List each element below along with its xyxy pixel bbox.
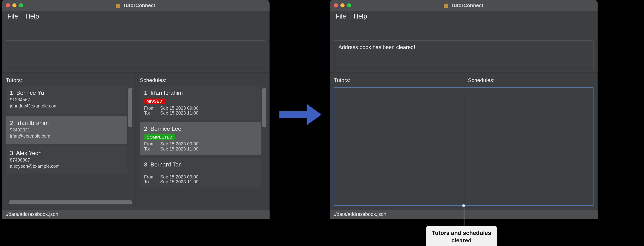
schedules-header: Schedules: [136, 75, 270, 86]
tutor-phone: 91234567 [10, 97, 123, 103]
scrollbar-vertical[interactable] [262, 88, 266, 128]
status-badge: COMPLETED [144, 134, 175, 140]
tutor-name: 2. Irfan Ibrahim [10, 120, 123, 126]
schedule-card[interactable]: 1. Irfan IbrahimMISSEDFrom: Sep 15 2023 … [140, 86, 262, 120]
toolbar-separator [5, 22, 266, 36]
schedules-list[interactable]: 1. Irfan IbrahimMISSEDFrom: Sep 15 2023 … [138, 84, 267, 204]
content-panels: Tutors: 1. Bernice Yu91234567johndoe@exa… [2, 72, 270, 207]
tutors-header: Tutors: [330, 75, 464, 86]
schedules-list-empty[interactable] [466, 84, 595, 204]
tutors-list-empty[interactable] [332, 84, 461, 204]
statusbar: ./data/addressbook.json [2, 210, 270, 219]
schedule-name: 3. Bernard Tan [144, 161, 257, 168]
content-panels: Tutors: Schedules: [330, 72, 598, 207]
schedule-card[interactable]: 2. Bernice LeeCOMPLETEDFrom: Sep 15 2023… [140, 122, 262, 156]
app-icon [116, 4, 120, 8]
tutor-email: irfan@example.com [10, 133, 123, 140]
window-title: TutorConnect [330, 2, 598, 8]
annotation-handle [462, 204, 465, 207]
schedule-from: From: Sep 15 2023 09:00 [144, 142, 257, 146]
schedule-name: 1. Irfan Ibrahim [144, 90, 257, 96]
tutors-panel: Tutors: 1. Bernice Yu91234567johndoe@exa… [2, 73, 136, 207]
tutors-panel: Tutors: [330, 73, 464, 207]
tutor-email: alexyeoh@example.com [10, 163, 123, 170]
titlebar[interactable]: TutorConnect [2, 0, 270, 11]
schedules-header: Schedules: [464, 75, 598, 86]
tutor-phone: 87438807 [10, 157, 123, 163]
tutor-email: johndoe@example.com [10, 103, 123, 110]
tutor-card[interactable]: 1. Bernice Yu91234567johndoe@example.com [6, 86, 127, 114]
arrow-icon [280, 102, 325, 127]
menubar: File Help [2, 11, 270, 22]
schedule-from: From: Sep 15 2023 09:00 [144, 106, 257, 110]
schedule-to: To: Sep 15 2023 11:00 [144, 179, 257, 184]
callout-connector [464, 208, 464, 226]
scrollbar-vertical[interactable] [128, 88, 132, 128]
tutor-phone: 92492021 [10, 127, 123, 133]
command-output[interactable]: Address book has been cleared! [334, 40, 594, 69]
tutor-name: 3. Alex Yeoh [10, 150, 123, 156]
window-title-text: TutorConnect [451, 2, 483, 8]
tutor-card[interactable]: 3. Alex Yeoh87438807alexyeoh@example.com [6, 146, 127, 174]
schedule-to: To: Sep 15 2023 11:00 [144, 146, 257, 151]
tutor-name: 1. Bernice Yu [10, 90, 123, 96]
status-path: ./data/addressbook.json [334, 212, 386, 217]
tutor-card[interactable]: 2. Irfan Ibrahim92492021irfan@example.co… [6, 116, 127, 144]
status-badge: MISSED [144, 98, 165, 104]
schedule-to: To: Sep 15 2023 11:00 [144, 110, 257, 115]
menu-help[interactable]: Help [26, 13, 39, 20]
scrollbar-horizontal[interactable] [8, 200, 132, 204]
schedules-panel: Schedules: 1. Irfan IbrahimMISSEDFrom: S… [136, 73, 270, 207]
schedule-name: 2. Bernice Lee [144, 125, 257, 132]
toolbar-separator [333, 22, 594, 36]
titlebar[interactable]: TutorConnect [330, 0, 598, 11]
schedule-card[interactable]: 3. Bernard TanFrom: Sep 15 2023 09:00To:… [140, 158, 262, 188]
tutors-list[interactable]: 1. Bernice Yu91234567johndoe@example.com… [4, 84, 133, 204]
tutors-header: Tutors: [2, 75, 136, 86]
menu-file[interactable]: File [8, 13, 18, 20]
menu-file[interactable]: File [336, 13, 346, 20]
menubar: File Help [330, 11, 598, 22]
status-path: ./data/addressbook.json [6, 212, 58, 217]
callout-label: Tutors and schedulescleared [426, 226, 497, 246]
app-icon [444, 4, 448, 8]
schedule-from: From: Sep 15 2023 09:00 [144, 174, 257, 179]
app-window-before: TutorConnect File Help Tutors: 1. Bernic… [2, 0, 270, 219]
schedules-panel: Schedules: [464, 73, 598, 207]
app-window-after: TutorConnect File Help Address book has … [330, 0, 598, 219]
window-title-text: TutorConnect [123, 2, 155, 8]
command-output[interactable] [6, 40, 266, 69]
window-title: TutorConnect [2, 2, 270, 8]
menu-help[interactable]: Help [354, 13, 367, 20]
